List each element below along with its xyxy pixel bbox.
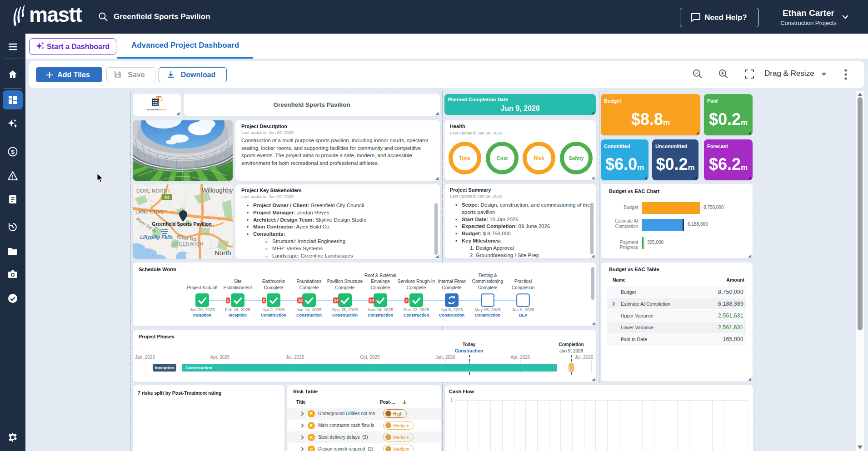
svg-text:Lillypilly Falls: Lillypilly Falls xyxy=(140,234,173,240)
svg-text:GREENWICH: GREENWICH xyxy=(171,242,204,247)
svg-text:COVE NORTH: COVE NORTH xyxy=(136,188,170,193)
svg-text:$: $ xyxy=(11,149,15,155)
svg-text:A1: A1 xyxy=(165,195,170,199)
svg-text:Willoughby: Willoughby xyxy=(202,187,233,194)
svg-text:Greenfield Sports Pavilion: Greenfield Sports Pavilion xyxy=(152,221,211,227)
svg-text:LANE COVE: LANE COVE xyxy=(135,209,164,214)
svg-text:North: North xyxy=(215,249,231,257)
